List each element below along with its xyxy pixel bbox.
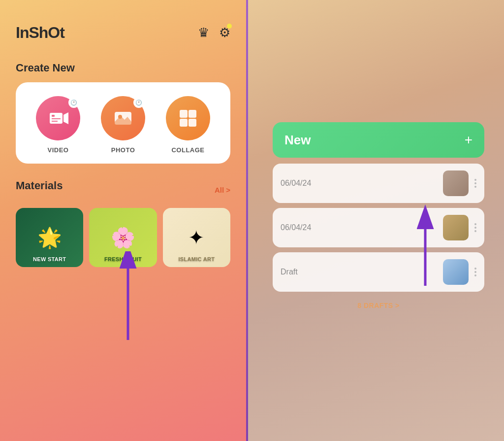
new-label: New (284, 133, 311, 148)
draft-date-2: 06/04/24 (281, 223, 311, 232)
video-clock-badge: 🕐 (68, 97, 79, 108)
create-item-collage[interactable]: COLLAGE (166, 96, 210, 154)
draft-date-1: 06/04/24 (281, 179, 311, 188)
draft-thumb-3 (443, 259, 469, 285)
create-item-video[interactable]: 🕐 VIDEO (36, 96, 80, 154)
notification-dot (227, 24, 232, 29)
new-button[interactable]: New + (273, 122, 484, 158)
header: InShOt ♛ ⚙ (16, 24, 230, 42)
draft-row-2[interactable]: 06/04/24 (273, 208, 484, 247)
plus-icon: + (465, 132, 472, 148)
material-islamic-art[interactable]: ✦ ISLAMIC ART (163, 208, 230, 267)
draft-row-3[interactable]: Draft (273, 252, 484, 292)
material-fresh-fruit[interactable]: 🌸 FRESH FRUIT (89, 208, 157, 267)
photo-label: PHOTO (111, 146, 135, 154)
materials-title: Materials (16, 179, 63, 192)
material-new-start[interactable]: 🌟 NEW START (16, 208, 83, 267)
crown-icon[interactable]: ♛ (198, 25, 209, 40)
photo-icon (113, 108, 133, 129)
drafts-footer[interactable]: 8 DRAFTS > (273, 302, 484, 309)
photo-clock-badge: 🕐 (133, 97, 144, 108)
svg-rect-9 (189, 110, 196, 118)
svg-rect-10 (180, 119, 188, 127)
three-dots-1[interactable] (474, 179, 476, 188)
app-logo: InShOt (16, 24, 64, 42)
gear-wrapper: ⚙ (219, 25, 230, 40)
svg-marker-1 (63, 112, 68, 124)
materials-header: Materials All > (16, 179, 230, 200)
collage-icon (178, 108, 198, 129)
new-start-label: NEW START (16, 256, 83, 262)
three-dots-3[interactable] (474, 268, 476, 276)
create-item-photo[interactable]: 🕐 PHOTO (101, 96, 145, 154)
islamic-art-label: ISLAMIC ART (163, 256, 230, 262)
video-label: VIDEO (48, 146, 69, 154)
draft-thumb-1 (443, 170, 469, 196)
right-content: New + 06/04/24 06/04/24 (273, 122, 484, 309)
collage-label: COLLAGE (171, 146, 204, 154)
draft-label-3: Draft (281, 268, 298, 276)
three-dots-2[interactable] (474, 223, 476, 232)
right-panel: New + 06/04/24 06/04/24 (248, 0, 504, 441)
header-icons: ♛ ⚙ (198, 25, 230, 40)
svg-rect-8 (180, 110, 188, 118)
collage-circle (166, 96, 210, 140)
photo-circle: 🕐 (101, 96, 145, 140)
svg-rect-11 (189, 119, 196, 127)
draft-right-1 (443, 170, 476, 196)
left-panel: InShOt ♛ ⚙ Create New 🕐 VIDE (0, 0, 246, 441)
all-link[interactable]: All > (215, 186, 230, 194)
fresh-fruit-label: FRESH FRUIT (89, 256, 157, 262)
create-card: 🕐 VIDEO 🕐 PHOTO (16, 82, 230, 164)
draft-row-1[interactable]: 06/04/24 (273, 164, 484, 203)
create-new-title: Create New (16, 62, 230, 74)
video-icon (48, 108, 68, 129)
svg-rect-2 (52, 115, 55, 117)
draft-right-2 (443, 215, 476, 240)
draft-right-3 (443, 259, 476, 285)
materials-grid: 🌟 NEW START 🌸 FRESH FRUIT ✦ ISLAMIC ART (16, 208, 230, 267)
video-circle: 🕐 (36, 96, 80, 140)
draft-thumb-2 (443, 215, 469, 240)
